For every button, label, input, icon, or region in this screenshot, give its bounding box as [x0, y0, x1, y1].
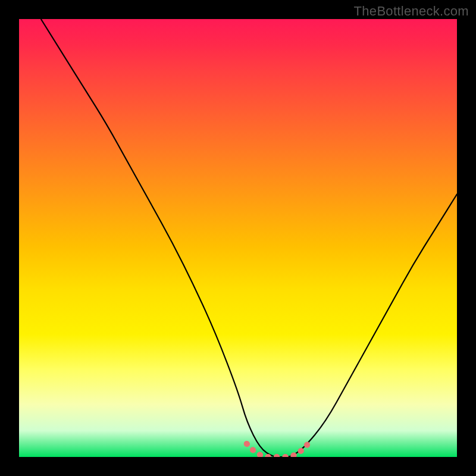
- watermark-text: TheBottleneck.com: [354, 4, 469, 19]
- chart-plot-area: [19, 19, 457, 457]
- chart-svg: [19, 19, 457, 457]
- optimal-range-marker: [247, 444, 308, 457]
- bottleneck-curve-line: [41, 19, 457, 457]
